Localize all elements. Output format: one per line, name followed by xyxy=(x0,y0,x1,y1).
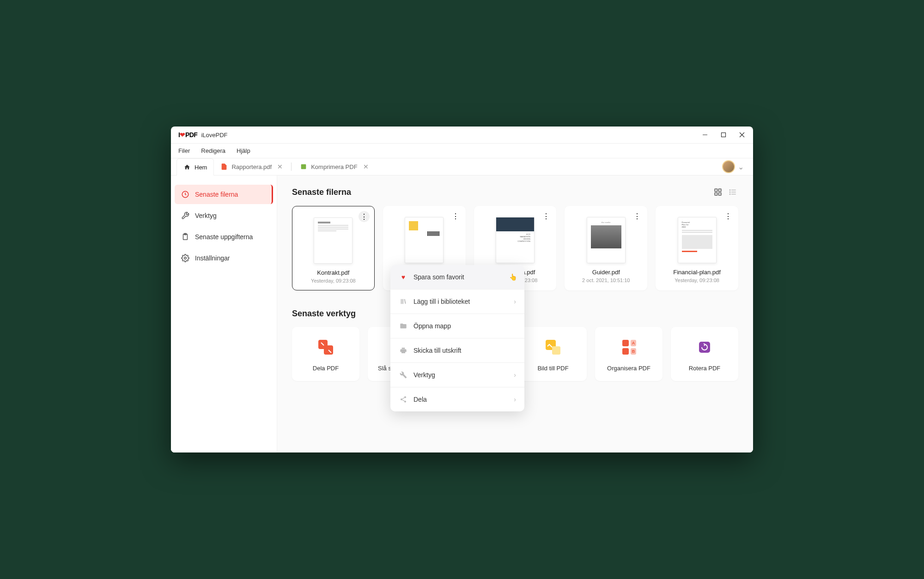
window-controls xyxy=(701,131,746,139)
chevron-down-icon: ⌄ xyxy=(738,163,744,171)
section-title-files: Senaste filerna xyxy=(292,187,351,197)
file-card[interactable]: ⋮ FinancialPlan for2022 Financial-plan.p… xyxy=(656,206,738,290)
file-card[interactable]: ⋮ Kontrakt.pdf Yesterday, 09:23:08 xyxy=(292,206,375,290)
avatar-area[interactable]: ⌄ xyxy=(722,160,748,173)
compress-icon xyxy=(300,163,307,170)
file-menu-button[interactable]: ⋮ xyxy=(450,211,461,222)
tab-close-icon[interactable]: ✕ xyxy=(277,163,283,170)
maximize-button[interactable] xyxy=(720,131,727,139)
tab-label: Rapportera.pdf xyxy=(231,163,272,170)
tab-close-icon[interactable]: ✕ xyxy=(363,163,369,170)
titlebar: I❤PDF iLovePDF xyxy=(171,127,753,144)
sidebar: Senaste filerna Verktyg Senaste uppgifte… xyxy=(171,175,277,452)
menubar: Filer Redigera Hjälp xyxy=(171,144,753,158)
file-card[interactable]: ⋮ the reader Guider.pdf 2 oct. 2021, 10:… xyxy=(565,206,647,290)
logo-suffix: PDF xyxy=(185,131,198,139)
logo: I❤PDF xyxy=(178,131,197,139)
svg-rect-24 xyxy=(552,346,560,355)
tool-bild-till-pdf[interactable]: Bild till PDF xyxy=(519,327,587,381)
file-thumbnail xyxy=(314,217,353,264)
file-menu-button[interactable]: ⋮ xyxy=(632,211,643,222)
svg-point-8 xyxy=(184,257,187,259)
wrench-icon xyxy=(399,370,408,380)
books-icon xyxy=(399,297,408,306)
svg-point-32 xyxy=(404,396,406,398)
svg-point-17 xyxy=(729,192,730,193)
sidebar-item-settings[interactable]: Inställningar xyxy=(175,248,273,268)
svg-rect-12 xyxy=(719,193,721,195)
titlebar-left: I❤PDF iLovePDF xyxy=(178,131,227,139)
svg-point-34 xyxy=(404,401,406,403)
file-menu-button[interactable]: ⋮ xyxy=(359,211,370,222)
tab-divider xyxy=(291,163,292,171)
heart-icon: ♥ xyxy=(399,272,408,282)
tool-label: Organisera PDF xyxy=(601,365,657,372)
context-menu: ♥ Spara som favorit 👆 Lägg till i biblio… xyxy=(390,265,524,411)
svg-point-33 xyxy=(401,398,402,400)
svg-rect-11 xyxy=(715,193,717,195)
context-label: Öppna mapp xyxy=(413,322,451,330)
file-menu-button[interactable]: ⋮ xyxy=(541,211,552,222)
image-icon xyxy=(542,336,564,358)
sidebar-item-label: Senaste uppgifterna xyxy=(195,233,253,241)
sidebar-item-recent-files[interactable]: Senaste filerna xyxy=(175,185,273,204)
svg-rect-1 xyxy=(722,133,726,137)
tab-label: Komprimera PDF xyxy=(311,163,357,170)
tab-komprimera[interactable]: Komprimera PDF ✕ xyxy=(293,158,375,175)
file-thumbnail: ECOMARATHONDESIGNCOMPETITION xyxy=(496,217,535,263)
pdf-icon xyxy=(220,163,228,170)
context-item-favorite[interactable]: ♥ Spara som favorit 👆 xyxy=(390,265,524,290)
svg-rect-25 xyxy=(622,340,629,346)
file-name: Kontrakt.pdf xyxy=(299,269,368,276)
context-label: Skicka till utskrift xyxy=(413,347,461,354)
file-thumbnail xyxy=(405,217,444,263)
heart-icon: ❤ xyxy=(180,131,185,139)
tool-rotera[interactable]: Rotera PDF xyxy=(671,327,738,381)
file-thumbnail: FinancialPlan for2022 xyxy=(678,217,717,263)
grid-view-button[interactable] xyxy=(712,187,723,198)
sidebar-item-tools[interactable]: Verktyg xyxy=(175,206,273,225)
context-item-library[interactable]: Lägg till i biblioteket › xyxy=(390,290,524,314)
tab-label: Hem xyxy=(195,164,207,171)
svg-line-36 xyxy=(402,400,405,401)
folder-icon xyxy=(399,321,408,331)
clipboard-icon xyxy=(181,233,189,241)
tab-rapportera[interactable]: Rapportera.pdf ✕ xyxy=(214,158,289,175)
view-toggle xyxy=(712,187,738,198)
cursor-hand-icon: 👆 xyxy=(509,273,517,281)
menu-redigera[interactable]: Redigera xyxy=(201,147,225,154)
tool-dela-pdf[interactable]: Dela PDF xyxy=(292,327,359,381)
svg-rect-9 xyxy=(715,189,717,191)
wrench-icon xyxy=(181,211,189,220)
close-button[interactable] xyxy=(738,131,746,139)
context-item-print[interactable]: Skicka till utskrift xyxy=(390,338,524,363)
minimize-button[interactable] xyxy=(701,131,709,139)
context-item-open-folder[interactable]: Öppna mapp xyxy=(390,314,524,338)
context-item-share[interactable]: Dela › xyxy=(390,387,524,411)
svg-rect-4 xyxy=(301,164,306,169)
clock-icon xyxy=(181,190,189,199)
files-header: Senaste filerna xyxy=(292,187,738,198)
menu-filer[interactable]: Filer xyxy=(178,147,190,154)
file-date: 2 oct. 2021, 10:51:10 xyxy=(571,277,641,283)
tab-hem[interactable]: Hem xyxy=(176,158,214,175)
svg-text:A: A xyxy=(632,341,635,345)
tabbar: Hem Rapportera.pdf ✕ Komprimera PDF ✕ ⌄ xyxy=(171,158,753,175)
rotate-icon xyxy=(693,336,716,358)
avatar xyxy=(722,160,735,173)
chevron-right-icon: › xyxy=(514,396,516,403)
menu-hjalp[interactable]: Hjälp xyxy=(237,147,250,154)
app-name: iLovePDF xyxy=(201,132,227,139)
file-name: Guider.pdf xyxy=(571,269,641,276)
svg-rect-10 xyxy=(719,189,721,191)
list-view-button[interactable] xyxy=(727,187,738,198)
svg-point-16 xyxy=(729,190,730,191)
svg-rect-31 xyxy=(699,342,710,353)
sidebar-item-recent-tasks[interactable]: Senaste uppgifterna xyxy=(175,227,273,247)
context-item-tools[interactable]: Verktyg › xyxy=(390,363,524,387)
tool-organisera[interactable]: AB Organisera PDF xyxy=(595,327,663,381)
chevron-right-icon: › xyxy=(514,371,516,379)
tool-label: Dela PDF xyxy=(298,365,354,372)
file-menu-button[interactable]: ⋮ xyxy=(723,211,734,222)
svg-rect-26 xyxy=(622,348,629,355)
